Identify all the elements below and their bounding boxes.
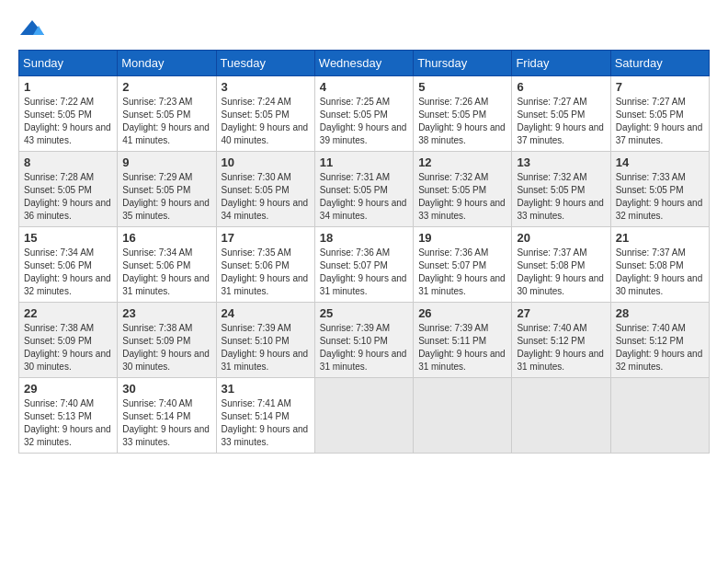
day-info: Sunrise: 7:39 AMSunset: 5:10 PMDaylight:… — [320, 322, 408, 373]
calendar-table: SundayMondayTuesdayWednesdayThursdayFrid… — [18, 50, 710, 454]
day-number: 3 — [222, 80, 310, 94]
day-number: 6 — [517, 80, 605, 94]
day-number: 2 — [122, 80, 210, 94]
day-cell-15: 15Sunrise: 7:34 AMSunset: 5:06 PMDayligh… — [19, 227, 118, 303]
day-number: 19 — [418, 231, 506, 245]
day-info: Sunrise: 7:34 AMSunset: 5:06 PMDaylight:… — [122, 247, 210, 298]
day-number: 14 — [616, 155, 704, 169]
day-number: 11 — [320, 155, 408, 169]
day-number: 21 — [616, 231, 704, 245]
day-info: Sunrise: 7:27 AMSunset: 5:05 PMDaylight:… — [517, 96, 605, 147]
day-info: Sunrise: 7:32 AMSunset: 5:05 PMDaylight:… — [418, 171, 506, 223]
day-cell-10: 10Sunrise: 7:30 AMSunset: 5:05 PMDayligh… — [216, 152, 314, 227]
day-number: 17 — [222, 231, 310, 245]
week-row-2: 8Sunrise: 7:28 AMSunset: 5:05 PMDaylight… — [19, 152, 710, 227]
day-info: Sunrise: 7:23 AMSunset: 5:05 PMDaylight:… — [122, 96, 210, 147]
day-number: 12 — [418, 155, 506, 169]
day-cell-12: 12Sunrise: 7:32 AMSunset: 5:05 PMDayligh… — [414, 152, 512, 227]
day-number: 9 — [122, 155, 210, 169]
day-number: 30 — [122, 382, 210, 396]
day-number: 26 — [418, 306, 506, 320]
week-row-4: 22Sunrise: 7:38 AMSunset: 5:09 PMDayligh… — [19, 303, 710, 378]
day-info: Sunrise: 7:40 AMSunset: 5:12 PMDaylight:… — [517, 322, 605, 373]
day-cell-4: 4Sunrise: 7:25 AMSunset: 5:05 PMDaylight… — [314, 76, 413, 152]
day-info: Sunrise: 7:36 AMSunset: 5:07 PMDaylight:… — [320, 247, 408, 298]
day-cell-27: 27Sunrise: 7:40 AMSunset: 5:12 PMDayligh… — [512, 303, 610, 378]
day-cell-6: 6Sunrise: 7:27 AMSunset: 5:05 PMDaylight… — [512, 76, 610, 152]
day-cell-8: 8Sunrise: 7:28 AMSunset: 5:05 PMDaylight… — [19, 152, 118, 227]
day-info: Sunrise: 7:24 AMSunset: 5:05 PMDaylight:… — [222, 96, 310, 147]
day-cell-17: 17Sunrise: 7:35 AMSunset: 5:06 PMDayligh… — [216, 227, 314, 303]
col-header-sunday: Sunday — [19, 51, 118, 76]
day-cell-23: 23Sunrise: 7:38 AMSunset: 5:09 PMDayligh… — [118, 303, 216, 378]
day-cell-19: 19Sunrise: 7:36 AMSunset: 5:07 PMDayligh… — [414, 227, 512, 303]
day-cell-7: 7Sunrise: 7:27 AMSunset: 5:05 PMDaylight… — [610, 76, 709, 152]
day-number: 25 — [320, 306, 408, 320]
day-info: Sunrise: 7:36 AMSunset: 5:07 PMDaylight:… — [418, 247, 506, 298]
day-number: 29 — [24, 382, 112, 396]
day-number: 4 — [320, 80, 408, 94]
day-number: 10 — [222, 155, 310, 169]
col-header-wednesday: Wednesday — [314, 51, 413, 76]
day-info: Sunrise: 7:34 AMSunset: 5:06 PMDaylight:… — [24, 247, 112, 298]
day-number: 20 — [517, 231, 605, 245]
day-cell-26: 26Sunrise: 7:39 AMSunset: 5:11 PMDayligh… — [414, 303, 512, 378]
day-number: 31 — [222, 382, 310, 396]
empty-cell — [414, 378, 512, 454]
day-cell-21: 21Sunrise: 7:37 AMSunset: 5:08 PMDayligh… — [610, 227, 709, 303]
day-cell-30: 30Sunrise: 7:40 AMSunset: 5:14 PMDayligh… — [118, 378, 216, 454]
day-info: Sunrise: 7:40 AMSunset: 5:13 PMDaylight:… — [24, 397, 112, 449]
empty-cell — [314, 378, 413, 454]
day-cell-14: 14Sunrise: 7:33 AMSunset: 5:05 PMDayligh… — [610, 152, 709, 227]
day-cell-9: 9Sunrise: 7:29 AMSunset: 5:05 PMDaylight… — [118, 152, 216, 227]
day-info: Sunrise: 7:41 AMSunset: 5:14 PMDaylight:… — [222, 397, 310, 449]
day-info: Sunrise: 7:22 AMSunset: 5:05 PMDaylight:… — [24, 96, 112, 147]
day-number: 22 — [24, 306, 112, 320]
col-header-monday: Monday — [118, 51, 216, 76]
day-cell-1: 1Sunrise: 7:22 AMSunset: 5:05 PMDaylight… — [19, 76, 118, 152]
day-number: 1 — [24, 80, 112, 94]
day-info: Sunrise: 7:37 AMSunset: 5:08 PMDaylight:… — [517, 247, 605, 298]
day-number: 23 — [122, 306, 210, 320]
day-cell-11: 11Sunrise: 7:31 AMSunset: 5:05 PMDayligh… — [314, 152, 413, 227]
day-info: Sunrise: 7:30 AMSunset: 5:05 PMDaylight:… — [222, 171, 310, 223]
day-info: Sunrise: 7:40 AMSunset: 5:12 PMDaylight:… — [616, 322, 704, 373]
day-info: Sunrise: 7:26 AMSunset: 5:05 PMDaylight:… — [418, 96, 506, 147]
calendar-header-row: SundayMondayTuesdayWednesdayThursdayFrid… — [19, 51, 710, 76]
day-info: Sunrise: 7:39 AMSunset: 5:10 PMDaylight:… — [222, 322, 310, 373]
day-cell-13: 13Sunrise: 7:32 AMSunset: 5:05 PMDayligh… — [512, 152, 610, 227]
day-info: Sunrise: 7:27 AMSunset: 5:05 PMDaylight:… — [616, 96, 704, 147]
day-cell-16: 16Sunrise: 7:34 AMSunset: 5:06 PMDayligh… — [118, 227, 216, 303]
day-info: Sunrise: 7:37 AMSunset: 5:08 PMDaylight:… — [616, 247, 704, 298]
day-number: 24 — [222, 306, 310, 320]
day-cell-29: 29Sunrise: 7:40 AMSunset: 5:13 PMDayligh… — [19, 378, 118, 454]
day-cell-18: 18Sunrise: 7:36 AMSunset: 5:07 PMDayligh… — [314, 227, 413, 303]
day-cell-25: 25Sunrise: 7:39 AMSunset: 5:10 PMDayligh… — [314, 303, 413, 378]
day-cell-2: 2Sunrise: 7:23 AMSunset: 5:05 PMDaylight… — [118, 76, 216, 152]
day-info: Sunrise: 7:33 AMSunset: 5:05 PMDaylight:… — [616, 171, 704, 223]
week-row-1: 1Sunrise: 7:22 AMSunset: 5:05 PMDaylight… — [19, 76, 710, 152]
day-cell-28: 28Sunrise: 7:40 AMSunset: 5:12 PMDayligh… — [610, 303, 709, 378]
week-row-3: 15Sunrise: 7:34 AMSunset: 5:06 PMDayligh… — [19, 227, 710, 303]
day-info: Sunrise: 7:39 AMSunset: 5:11 PMDaylight:… — [418, 322, 506, 373]
day-info: Sunrise: 7:38 AMSunset: 5:09 PMDaylight:… — [122, 322, 210, 373]
col-header-thursday: Thursday — [414, 51, 512, 76]
col-header-saturday: Saturday — [610, 51, 709, 76]
day-info: Sunrise: 7:35 AMSunset: 5:06 PMDaylight:… — [222, 247, 310, 298]
day-number: 16 — [122, 231, 210, 245]
day-number: 18 — [320, 231, 408, 245]
day-number: 27 — [517, 306, 605, 320]
day-number: 8 — [24, 155, 112, 169]
day-info: Sunrise: 7:31 AMSunset: 5:05 PMDaylight:… — [320, 171, 408, 223]
day-cell-5: 5Sunrise: 7:26 AMSunset: 5:05 PMDaylight… — [414, 76, 512, 152]
day-number: 5 — [418, 80, 506, 94]
day-info: Sunrise: 7:40 AMSunset: 5:14 PMDaylight:… — [122, 397, 210, 449]
logo — [18, 18, 50, 40]
day-cell-24: 24Sunrise: 7:39 AMSunset: 5:10 PMDayligh… — [216, 303, 314, 378]
day-number: 15 — [24, 231, 112, 245]
col-header-friday: Friday — [512, 51, 610, 76]
day-info: Sunrise: 7:38 AMSunset: 5:09 PMDaylight:… — [24, 322, 112, 373]
day-number: 13 — [517, 155, 605, 169]
day-cell-31: 31Sunrise: 7:41 AMSunset: 5:14 PMDayligh… — [216, 378, 314, 454]
day-info: Sunrise: 7:29 AMSunset: 5:05 PMDaylight:… — [122, 171, 210, 223]
